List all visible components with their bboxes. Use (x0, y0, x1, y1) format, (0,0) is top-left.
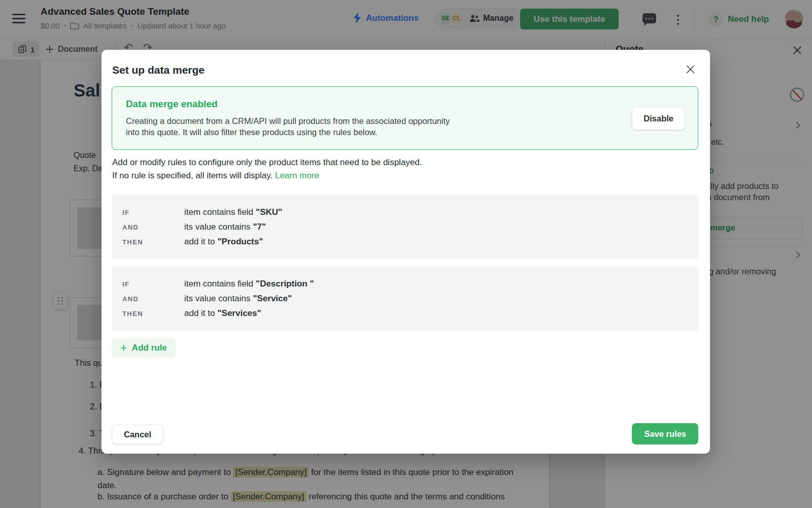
rule-value: "Services" (218, 308, 261, 318)
rule-text: its value contains (184, 222, 250, 232)
rule-card[interactable]: IFitem contains field"Description " ANDi… (112, 266, 698, 331)
data-merge-enabled-banner: Data merge enabled Creating a document f… (112, 86, 698, 150)
rule-condition-text: its value contains"7" (184, 222, 266, 232)
rule-value: "Service" (253, 294, 292, 303)
rule-text: add it to (184, 308, 215, 318)
intro-text: If no rule is specified, all items will … (112, 171, 275, 180)
banner-title: Data merge enabled (126, 99, 218, 110)
rules-intro-text: Add or modify rules to configure only th… (112, 157, 422, 168)
rule-value: "Products" (218, 237, 263, 246)
rule-text: add it to (184, 237, 215, 246)
rule-condition-label: THEN (122, 238, 143, 246)
disable-button[interactable]: Disable (632, 107, 685, 130)
rule-text: item contains field (184, 207, 253, 217)
rule-text: item contains field (184, 279, 253, 289)
setup-data-merge-modal: Set up data merge Data merge enabled Cre… (101, 50, 710, 454)
add-rule-button[interactable]: + Add rule (112, 338, 176, 358)
rules-intro-text: If no rule is specified, all items will … (112, 171, 319, 181)
rule-value: "SKU" (256, 207, 282, 217)
modal-close-icon[interactable] (685, 64, 696, 77)
add-rule-label: Add rule (132, 343, 167, 353)
rule-condition-text: add it to"Services" (184, 308, 261, 319)
rule-condition-label: AND (122, 224, 139, 231)
save-rules-button[interactable]: Save rules (632, 423, 698, 444)
modal-title: Set up data merge (112, 64, 205, 76)
rule-condition-text: item contains field"SKU" (184, 207, 282, 217)
app-window: Advanced Sales Quote Template $0.00 • Al… (0, 0, 812, 508)
banner-text: into this quote. It will also filter the… (126, 128, 377, 137)
rule-condition-label: IF (122, 209, 129, 216)
rule-condition-label: IF (122, 280, 129, 288)
banner-text: Creating a document from a CRM/API will … (126, 116, 450, 126)
rule-card[interactable]: IFitem contains field"SKU" ANDits value … (112, 195, 698, 259)
plus-icon: + (120, 342, 127, 354)
rule-condition-text: item contains field"Description " (184, 279, 314, 289)
rule-text: its value contains (184, 294, 250, 303)
rule-condition-label: THEN (122, 310, 143, 318)
cancel-button[interactable]: Cancel (112, 425, 163, 444)
rule-value: "Description " (256, 279, 314, 289)
rule-value: "7" (253, 222, 266, 232)
rule-condition-label: AND (122, 295, 139, 303)
rule-condition-text: its value contains"Service" (184, 294, 292, 304)
rule-condition-text: add it to"Products" (184, 237, 263, 247)
learn-more-link[interactable]: Learn more (275, 171, 319, 180)
